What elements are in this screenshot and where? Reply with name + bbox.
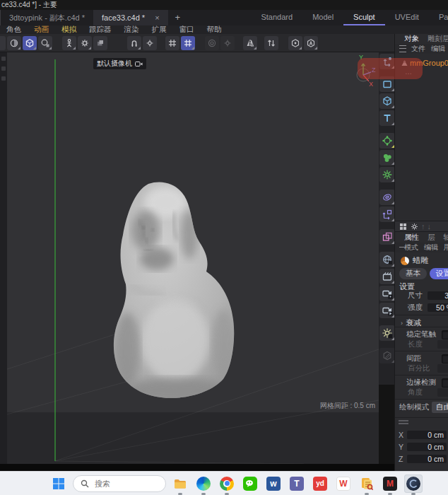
basic-mode-button[interactable]: 基本 [399, 268, 427, 279]
menu-simulate[interactable]: 模拟 [55, 25, 83, 35]
menu-edit[interactable]: 编辑 [429, 44, 447, 54]
deformer-torus-icon[interactable] [379, 190, 395, 205]
tab-axis[interactable]: 轴 [440, 233, 448, 243]
menu-window[interactable]: 窗口 [173, 25, 201, 35]
wechat-icon[interactable] [241, 474, 259, 493]
film-camera-icon[interactable] [379, 269, 395, 284]
workspace-tab-standard[interactable]: Standard [251, 10, 302, 25]
hamburger-icon[interactable] [399, 45, 406, 52]
camera-label[interactable]: 默认摄像机 [93, 58, 146, 69]
mirror-icon[interactable] [243, 36, 257, 50]
length-input[interactable] [437, 340, 448, 349]
doc-tab-3dtoypink[interactable]: 3dtoypink - 副本.c4d * [0, 10, 93, 25]
menu-character[interactable]: 角色 [0, 25, 28, 35]
magnet-icon[interactable] [127, 36, 141, 50]
workspace-tab-uvedit[interactable]: UVEdit [385, 10, 429, 25]
start-button[interactable] [49, 474, 68, 493]
menu-render[interactable]: 渲染 [118, 25, 146, 35]
taskbar-search[interactable] [73, 475, 166, 492]
workspace-tab-paint[interactable]: Paint [429, 10, 448, 25]
material-icon[interactable] [379, 348, 395, 363]
m-app-icon[interactable]: M [381, 474, 399, 493]
tab-objects[interactable]: 对象 [401, 34, 423, 44]
menu-edit[interactable]: 编辑 [422, 243, 440, 252]
edge-detect-checkbox[interactable] [442, 378, 448, 388]
settings-mode-button[interactable]: 设置 [430, 268, 448, 279]
axis-cube-icon[interactable] [379, 206, 395, 222]
down-arrow-icon[interactable]: ↓ [428, 222, 432, 231]
mini-tool-icon[interactable] [1, 57, 6, 61]
file-explorer-icon[interactable] [171, 474, 189, 493]
mograph-icon[interactable] [379, 133, 395, 148]
size-input[interactable]: 38 [428, 291, 448, 300]
pose-icon[interactable] [62, 36, 76, 50]
move-axis-icon[interactable] [379, 54, 395, 69]
grid-icon[interactable] [399, 222, 408, 231]
effector-icon[interactable] [379, 167, 395, 182]
stamp-updown-icon[interactable] [264, 36, 278, 50]
word-icon[interactable]: w [264, 474, 283, 493]
gear-icon[interactable] [410, 222, 419, 231]
hex-a-icon[interactable] [304, 36, 318, 50]
tab-sculpt-layers[interactable]: 雕刻层 [424, 34, 448, 44]
youdao-icon[interactable]: yd [311, 474, 329, 493]
coord-z-input[interactable]: 0 cm [407, 455, 447, 463]
workspace-tab-model[interactable]: Model [302, 10, 343, 25]
field-icon[interactable] [379, 229, 395, 245]
steady-stroke-checkbox[interactable] [442, 330, 448, 339]
tab-attributes[interactable]: 属性 [401, 233, 423, 243]
gear-icon[interactable] [220, 36, 235, 50]
hex-dot-icon[interactable] [288, 36, 302, 50]
text-object-icon[interactable] [379, 110, 395, 126]
camera-play-icon[interactable] [379, 303, 395, 318]
coord-x-input[interactable]: 0 cm [407, 431, 447, 439]
menu-tracker[interactable]: 跟踪器 [83, 25, 118, 35]
add-tab-button[interactable]: + [168, 10, 188, 25]
tab-layer[interactable]: 层 [424, 233, 439, 243]
workspace-tab-sculpt[interactable]: Sculpt [343, 10, 385, 25]
mini-tool-icon[interactable] [1, 76, 6, 81]
chrome-browser-icon[interactable] [218, 474, 236, 493]
menu-extensions[interactable]: 扩展 [146, 25, 173, 35]
cinema4d-icon[interactable] [404, 474, 423, 493]
partial-tool-icon[interactable] [0, 36, 6, 50]
panel-splitter[interactable] [395, 420, 448, 424]
3d-viewport[interactable]: Y X Z 默认摄像机 网格间距 : 0.5 cm [7, 52, 379, 464]
percent-input[interactable] [437, 364, 448, 373]
light-icon[interactable] [379, 325, 395, 341]
brush-pull-icon[interactable] [7, 36, 21, 50]
rings-icon[interactable] [205, 36, 219, 50]
angle-input[interactable] [437, 388, 448, 397]
search-input[interactable] [93, 479, 153, 489]
rectangle-spline-icon[interactable] [379, 76, 395, 92]
coord-y-input[interactable]: 0 cm [407, 443, 447, 451]
mini-tool-icon[interactable] [1, 66, 6, 71]
menu-animation[interactable]: 动画 [28, 25, 55, 35]
menu-mode[interactable]: 模式 [402, 243, 420, 252]
camera-badge-icon[interactable] [379, 286, 395, 301]
environment-icon[interactable] [379, 252, 395, 267]
gear-icon[interactable] [143, 36, 157, 50]
brush-grab-icon[interactable] [38, 36, 52, 50]
menu-user[interactable]: 用 [442, 243, 448, 252]
strength-input[interactable]: 50 % [428, 303, 448, 312]
close-tab-icon[interactable]: × [155, 10, 159, 25]
draw-mode-dropdown[interactable]: 自由 [432, 402, 448, 413]
wps-icon[interactable]: W [334, 474, 353, 493]
menu-file[interactable]: 文件 [409, 44, 428, 54]
doc-tab-face33[interactable]: face33.c4d * × [93, 10, 168, 25]
grid-snap-icon[interactable] [181, 36, 195, 50]
spacing-checkbox[interactable] [442, 354, 448, 363]
menu-help[interactable]: 帮助 [201, 25, 228, 35]
doc-viewer-icon[interactable] [358, 474, 376, 493]
teams-icon[interactable]: T [288, 474, 306, 493]
object-item-mmgroup0[interactable]: mmGroup0 [395, 58, 448, 68]
cube-primitive-icon[interactable] [379, 93, 395, 109]
edge-browser-icon[interactable] [194, 474, 213, 493]
metaball-icon[interactable] [379, 150, 395, 165]
grid-icon[interactable] [165, 36, 179, 50]
gear-icon[interactable] [78, 36, 92, 50]
brush-cube-icon[interactable] [23, 36, 37, 50]
up-arrow-icon[interactable]: ↑ [421, 222, 425, 231]
layers-icon[interactable] [93, 36, 107, 50]
